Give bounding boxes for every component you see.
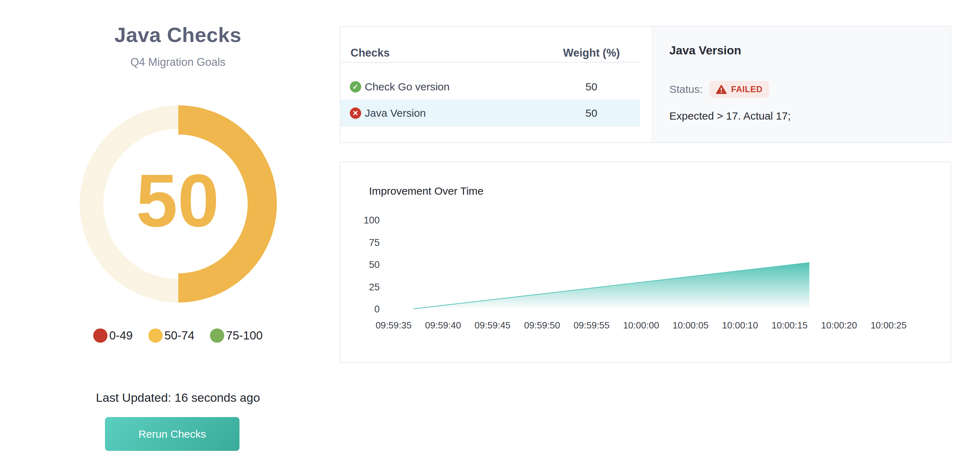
detail-message: Expected > 17. Actual 17; [669,110,791,122]
check-name: Check Go version [365,81,449,93]
y-axis-tick-label: 75 [340,237,380,248]
x-axis-tick-label: 10:00:25 [862,320,915,331]
x-axis-tick-label: 10:00:10 [713,320,767,331]
rerun-checks-button[interactable]: Rerun Checks [105,417,240,451]
table-row[interactable]: ✕Java Version50 [340,100,640,127]
x-axis-tick-label: 09:59:55 [565,320,618,331]
warning-triangle-icon [716,85,727,94]
legend-item: 50-74 [148,328,194,343]
status-row: Status: FAILED [669,81,769,98]
last-updated-text: Last Updated: 16 seconds ago [53,391,302,405]
status-badge: FAILED [710,81,768,98]
improvement-chart-panel: Improvement Over Time 1007550250 09:59:3… [340,162,951,363]
table-row[interactable]: ✓Check Go version50 [340,74,640,100]
x-axis-tick-label: 10:00:00 [614,320,668,331]
legend-item: 0-49 [93,328,133,343]
status-value: FAILED [731,84,762,94]
x-axis-tick-label: 09:59:50 [515,320,569,331]
y-axis-tick-label: 0 [340,304,380,315]
score-donut-chart: 50 [79,104,278,304]
x-axis-tick-label: 10:00:20 [812,320,866,331]
x-axis-tick-label: 09:59:35 [367,320,420,331]
legend-swatch [93,328,107,343]
legend-label: 0-49 [109,329,133,342]
legend-swatch [210,328,224,343]
legend-item: 75-100 [210,328,262,343]
header-divider [340,62,640,63]
x-axis-tick-label: 10:00:15 [763,320,816,331]
checks-panel: Checks Weight (%) ✓Check Go version50✕Ja… [340,26,951,143]
check-passed-icon: ✓ [350,81,361,92]
y-axis-tick-label: 50 [340,259,380,270]
page-subtitle: Q4 Migration Goals [53,56,302,69]
check-weight: 50 [549,107,634,119]
check-name: Java Version [365,107,426,119]
summary-column: Java Checks Q4 Migration Goals 50 0-4950… [53,0,302,474]
x-axis-tick-label: 09:59:40 [416,320,470,331]
status-label: Status: [669,83,702,95]
score-legend: 0-4950-7475-100 [53,328,302,343]
y-axis-tick-label: 100 [340,215,380,226]
column-header-checks: Checks [350,47,390,59]
checks-table: Checks Weight (%) ✓Check Go version50✕Ja… [340,27,652,142]
y-axis-tick-label: 25 [340,282,380,293]
column-header-weight: Weight (%) [549,47,634,59]
x-axis-tick-label: 10:00:05 [664,320,718,331]
check-failed-icon: ✕ [350,108,361,119]
legend-label: 75-100 [226,329,262,342]
page-title: Java Checks [53,23,302,47]
x-axis-tick-label: 09:59:45 [466,320,519,331]
check-weight: 50 [549,81,634,93]
legend-swatch [148,328,162,343]
legend-label: 50-74 [164,329,194,342]
check-detail-panel: Java Version Status: FAILED Expected > 1… [652,27,950,142]
detail-heading: Java Version [669,44,741,57]
improvement-area-chart [340,162,950,362]
score-value: 50 [136,159,219,242]
